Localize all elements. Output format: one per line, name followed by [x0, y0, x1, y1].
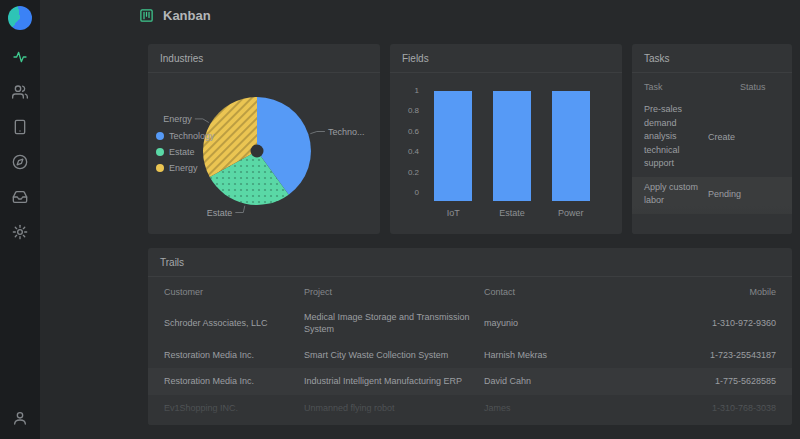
legend-item-energy[interactable]: Energy: [156, 163, 215, 173]
tablet-icon: [12, 119, 28, 135]
sidebar-nav: [11, 48, 29, 241]
pie-legend: Technology Estate Energy: [156, 131, 215, 173]
bar-column: [434, 91, 472, 201]
cell-project: Medical Image Storage and Transmission S…: [304, 311, 484, 335]
cell-customer: Restoration Media Inc.: [164, 375, 304, 387]
app-root: Kanban Industries Techno...EstateEnergy: [0, 0, 800, 439]
industries-card: Industries Techno...EstateEnergy Technol…: [148, 44, 380, 234]
activity-icon: [12, 49, 28, 65]
sidebar-item-settings[interactable]: [11, 223, 29, 241]
y-tick-label: 0.6: [408, 128, 419, 136]
legend-dot-technology: [156, 132, 164, 140]
legend-label: Technology: [169, 131, 215, 141]
y-tick-label: 0: [415, 189, 419, 197]
compass-icon: [12, 154, 28, 170]
column-header-project: Project: [304, 287, 484, 297]
content: Industries Techno...EstateEnergy Technol…: [40, 30, 800, 425]
tasks-card: Tasks Task Status Pre-sales demand analy…: [632, 44, 792, 234]
app-logo[interactable]: [8, 6, 32, 30]
cell-customer: Ev1Shopping INC.: [164, 402, 304, 414]
y-axis: 10.80.60.40.20: [402, 87, 424, 197]
y-tick-label: 0.8: [408, 107, 419, 115]
column-header-contact: Contact: [484, 287, 664, 297]
cell-project: Unmanned flying robot: [304, 402, 484, 414]
kanban-board-icon: [139, 8, 154, 23]
user-icon: [12, 410, 28, 426]
card-title-tasks: Tasks: [632, 44, 792, 73]
legend-item-estate[interactable]: Estate: [156, 147, 215, 157]
table-row[interactable]: Apply custom labor Pending: [632, 177, 792, 214]
cell-mobile: 1-310-768-3038: [664, 402, 776, 414]
settings-icon: [12, 224, 28, 240]
x-tick-label: Power: [552, 208, 590, 218]
cell-project: Smart City Waste Collection System: [304, 349, 484, 361]
cell-status: Create: [708, 132, 748, 142]
y-tick-label: 1: [415, 87, 419, 95]
trails-card: Trails Customer Project Contact Mobile S…: [148, 248, 792, 425]
fields-card: Fields 10.80.60.40.20 IoTEstatePower: [390, 44, 622, 234]
bar-column: [552, 91, 590, 201]
bar-plot-area: [424, 91, 600, 201]
table-row[interactable]: Restoration Media Inc. Smart City Waste …: [148, 342, 792, 368]
column-header-status: Status: [740, 82, 780, 92]
table-row[interactable]: Schroder Associates, LLC Medical Image S…: [148, 304, 792, 342]
bar-chart[interactable]: 10.80.60.40.20 IoTEstatePower: [390, 73, 622, 218]
bar[interactable]: [552, 91, 590, 201]
column-header-task: Task: [644, 82, 740, 92]
cell-status: Pending: [708, 189, 748, 199]
svg-text:Estate: Estate: [207, 208, 233, 218]
card-title-industries: Industries: [148, 44, 380, 73]
page-title: Kanban: [163, 8, 211, 23]
legend-label: Energy: [169, 163, 198, 173]
svg-text:Energy: Energy: [163, 114, 192, 124]
cell-project: Industrial Intelligent Manufacturing ERP: [304, 375, 484, 387]
y-tick-label: 0.2: [408, 169, 419, 177]
cell-mobile: 1-723-25543187: [664, 349, 776, 361]
main-area: Kanban Industries Techno...EstateEnergy: [40, 0, 800, 439]
users-icon: [12, 84, 28, 100]
cell-contact: Harnish Mekras: [484, 349, 664, 361]
column-header-mobile: Mobile: [664, 287, 776, 297]
bar[interactable]: [493, 91, 531, 201]
cell-task: Apply custom labor: [644, 181, 708, 208]
table-row[interactable]: Pre-sales demand analysis technical supp…: [632, 99, 792, 177]
cell-mobile: 1-775-5628585: [664, 375, 776, 387]
cell-contact: mayunio: [484, 317, 664, 329]
cell-task: Pre-sales demand analysis technical supp…: [644, 103, 708, 171]
bar-column: [493, 91, 531, 201]
y-tick-label: 0.4: [408, 148, 419, 156]
sidebar-item-profile[interactable]: [11, 409, 29, 427]
cell-customer: Schroder Associates, LLC: [164, 317, 304, 329]
x-tick-label: IoT: [434, 208, 472, 218]
bar[interactable]: [434, 91, 472, 201]
sidebar-item-device[interactable]: [11, 118, 29, 136]
sidebar-item-activity[interactable]: [11, 48, 29, 66]
sidebar-item-users[interactable]: [11, 83, 29, 101]
pie-chart[interactable]: Techno...EstateEnergy Technology Estate: [148, 73, 380, 234]
column-header-customer: Customer: [164, 287, 304, 297]
cell-customer: Restoration Media Inc.: [164, 349, 304, 361]
inbox-icon: [12, 189, 28, 205]
legend-item-technology[interactable]: Technology: [156, 131, 215, 141]
legend-label: Estate: [169, 147, 195, 157]
sidebar-item-compass[interactable]: [11, 153, 29, 171]
x-axis: IoTEstatePower: [424, 208, 600, 218]
cell-mobile: 1-310-972-9360: [664, 317, 776, 329]
table-row[interactable]: Ev1Shopping INC. Unmanned flying robot J…: [148, 395, 792, 421]
sidebar-item-inbox[interactable]: [11, 188, 29, 206]
card-title-trails: Trails: [148, 248, 792, 277]
topbar: Kanban: [40, 0, 800, 30]
sidebar: [0, 0, 40, 439]
trails-table-header: Customer Project Contact Mobile: [148, 277, 792, 304]
x-tick-label: Estate: [493, 208, 531, 218]
legend-dot-energy: [156, 164, 164, 172]
card-title-fields: Fields: [390, 44, 622, 73]
cell-contact: David Cahn: [484, 375, 664, 387]
tasks-table-header: Task Status: [632, 73, 792, 99]
svg-text:Techno...: Techno...: [328, 127, 365, 137]
table-row[interactable]: Restoration Media Inc. Industrial Intell…: [148, 368, 792, 394]
legend-dot-estate: [156, 148, 164, 156]
cell-contact: James: [484, 402, 664, 414]
